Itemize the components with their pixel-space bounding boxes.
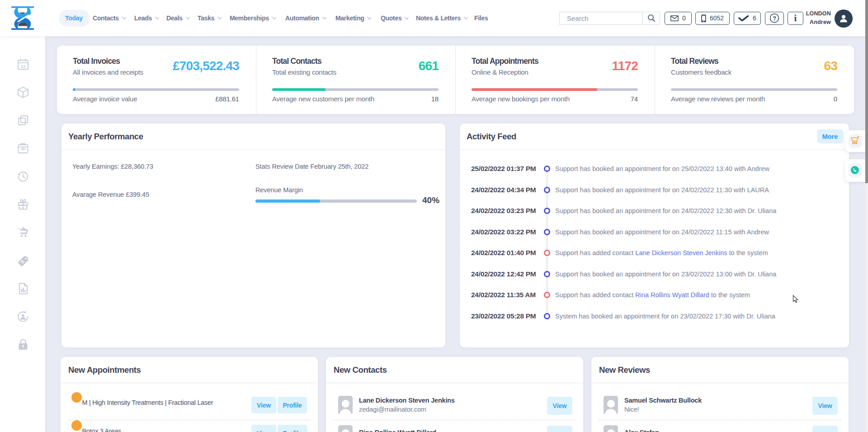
svg-text:12: 12 — [21, 64, 26, 69]
